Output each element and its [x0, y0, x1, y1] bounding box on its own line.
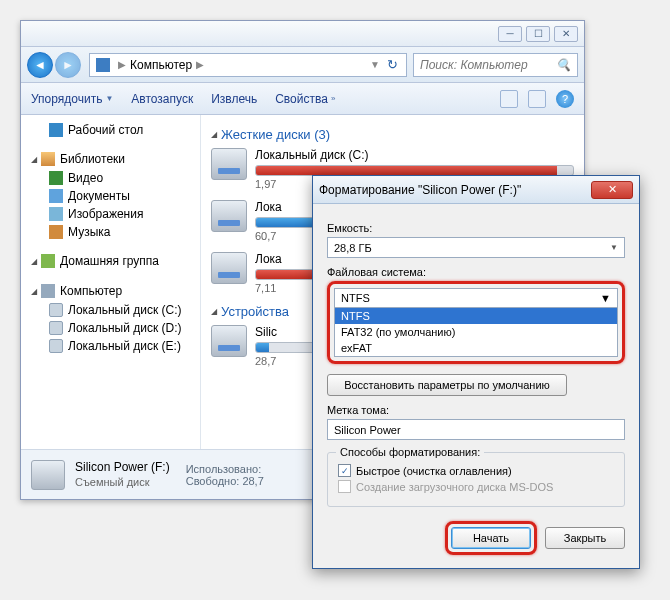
collapse-icon: ◢	[31, 155, 37, 164]
search-input[interactable]: Поиск: Компьютер 🔍	[413, 53, 578, 77]
filesystem-label: Файловая система:	[327, 266, 625, 278]
sidebar-group-computer[interactable]: ◢Компьютер	[25, 281, 196, 301]
drive-icon	[49, 321, 63, 335]
status-free-label: Свободно:	[186, 475, 240, 487]
capacity-value: 28,8 ГБ	[334, 242, 372, 254]
start-button[interactable]: Начать	[451, 527, 531, 549]
refresh-icon[interactable]: ↻	[384, 57, 400, 72]
restore-defaults-button[interactable]: Восстановить параметры по умолчанию	[327, 374, 567, 396]
volume-label-value: Silicon Power	[334, 424, 401, 436]
filesystem-highlight: NTFS ▼ NTFS FAT32 (по умолчанию) exFAT	[327, 281, 625, 364]
collapse-icon: ◢	[211, 307, 217, 316]
checkbox-icon	[338, 480, 351, 493]
close-button[interactable]: ✕	[554, 26, 578, 42]
drive-icon	[49, 339, 63, 353]
filesystem-option-ntfs[interactable]: NTFS	[335, 308, 617, 324]
filesystem-selected: NTFS	[341, 292, 370, 304]
chevron-down-icon: ▼	[105, 94, 113, 103]
breadcrumb[interactable]: ▶ Компьютер ▶ ▼ ↻	[89, 53, 407, 77]
dialog-title-bar[interactable]: Форматирование "Silicon Power (F:)" ✕	[313, 176, 639, 204]
start-button-highlight: Начать	[445, 521, 537, 555]
computer-icon	[41, 284, 55, 298]
drive-icon	[211, 252, 247, 284]
group-title: Способы форматирования:	[336, 446, 484, 458]
address-bar: ◄ ► ▶ Компьютер ▶ ▼ ↻ Поиск: Компьютер 🔍	[21, 47, 584, 83]
quick-format-checkbox[interactable]: ✓ Быстрое (очистка оглавления)	[338, 464, 614, 477]
sidebar-item-music[interactable]: Музыка	[25, 223, 196, 241]
section-hard-drives[interactable]: ◢Жесткие диски (3)	[211, 127, 574, 142]
toolbar: Упорядочить▼ Автозапуск Извлечь Свойства…	[21, 83, 584, 115]
properties-button[interactable]: Свойства»	[275, 92, 335, 106]
sidebar-group-homegroup[interactable]: ◢Домашняя группа	[25, 251, 196, 271]
sidebar-item-desktop[interactable]: Рабочий стол	[25, 121, 196, 139]
status-used-label: Использовано:	[186, 463, 262, 475]
chevron-right-icon: ▶	[118, 59, 126, 70]
format-methods-group: Способы форматирования: ✓ Быстрое (очист…	[327, 452, 625, 507]
title-bar: ─ ☐ ✕	[21, 21, 584, 47]
capacity-label: Емкость:	[327, 222, 625, 234]
search-placeholder: Поиск: Компьютер	[420, 58, 528, 72]
filesystem-option-exfat[interactable]: exFAT	[335, 340, 617, 356]
maximize-button[interactable]: ☐	[526, 26, 550, 42]
close-dialog-button[interactable]: Закрыть	[545, 527, 625, 549]
chevron-down-icon[interactable]: ▼	[370, 59, 380, 70]
status-free-value: 28,7	[242, 475, 263, 487]
drive-icon	[211, 325, 247, 357]
autoplay-button[interactable]: Автозапуск	[131, 92, 193, 106]
search-icon: 🔍	[556, 58, 571, 72]
libraries-icon	[41, 152, 55, 166]
collapse-icon: ◢	[31, 287, 37, 296]
nav-back-button[interactable]: ◄	[27, 52, 53, 78]
breadcrumb-item[interactable]: Компьютер	[130, 58, 192, 72]
minimize-button[interactable]: ─	[498, 26, 522, 42]
video-icon	[49, 171, 63, 185]
status-drive-name: Silicon Power (F:)	[75, 460, 170, 476]
drive-icon	[49, 303, 63, 317]
drive-name: Локальный диск (C:)	[255, 148, 574, 162]
checkbox-icon: ✓	[338, 464, 351, 477]
drive-icon	[211, 200, 247, 232]
collapse-icon: ◢	[211, 130, 217, 139]
documents-icon	[49, 189, 63, 203]
drive-icon	[31, 460, 65, 490]
sidebar-group-libraries[interactable]: ◢Библиотеки	[25, 149, 196, 169]
help-button[interactable]: ?	[556, 90, 574, 108]
images-icon	[49, 207, 63, 221]
sidebar-item-documents[interactable]: Документы	[25, 187, 196, 205]
sidebar-item-images[interactable]: Изображения	[25, 205, 196, 223]
filesystem-dropdown-list: NTFS FAT32 (по умолчанию) exFAT	[334, 308, 618, 357]
chevron-down-icon: ▼	[610, 243, 618, 252]
preview-pane-button[interactable]	[528, 90, 546, 108]
navigation-sidebar: Рабочий стол ◢Библиотеки Видео Документы…	[21, 115, 201, 449]
status-drive-type: Съемный диск	[75, 475, 170, 489]
msdos-boot-checkbox: Создание загрузочного диска MS-DOS	[338, 480, 614, 493]
chevron-right-icon: »	[331, 94, 335, 103]
drive-icon	[211, 148, 247, 180]
sidebar-item-drive-c[interactable]: Локальный диск (C:)	[25, 301, 196, 319]
volume-label-input[interactable]: Silicon Power	[327, 419, 625, 440]
dialog-title: Форматирование "Silicon Power (F:)"	[319, 183, 521, 197]
sidebar-item-drive-e[interactable]: Локальный диск (E:)	[25, 337, 196, 355]
sidebar-item-drive-d[interactable]: Локальный диск (D:)	[25, 319, 196, 337]
desktop-icon	[49, 123, 63, 137]
filesystem-select[interactable]: NTFS ▼	[334, 288, 618, 308]
chevron-right-icon: ▶	[196, 59, 204, 70]
organize-menu[interactable]: Упорядочить▼	[31, 92, 113, 106]
close-button[interactable]: ✕	[591, 181, 633, 199]
homegroup-icon	[41, 254, 55, 268]
sidebar-item-video[interactable]: Видео	[25, 169, 196, 187]
eject-button[interactable]: Извлечь	[211, 92, 257, 106]
nav-forward-button[interactable]: ►	[55, 52, 81, 78]
capacity-select[interactable]: 28,8 ГБ ▼	[327, 237, 625, 258]
music-icon	[49, 225, 63, 239]
filesystem-option-fat32[interactable]: FAT32 (по умолчанию)	[335, 324, 617, 340]
computer-icon	[96, 58, 110, 72]
view-options-button[interactable]	[500, 90, 518, 108]
format-dialog: Форматирование "Silicon Power (F:)" ✕ Ем…	[312, 175, 640, 569]
collapse-icon: ◢	[31, 257, 37, 266]
chevron-down-icon: ▼	[600, 292, 611, 304]
volume-label-label: Метка тома:	[327, 404, 625, 416]
